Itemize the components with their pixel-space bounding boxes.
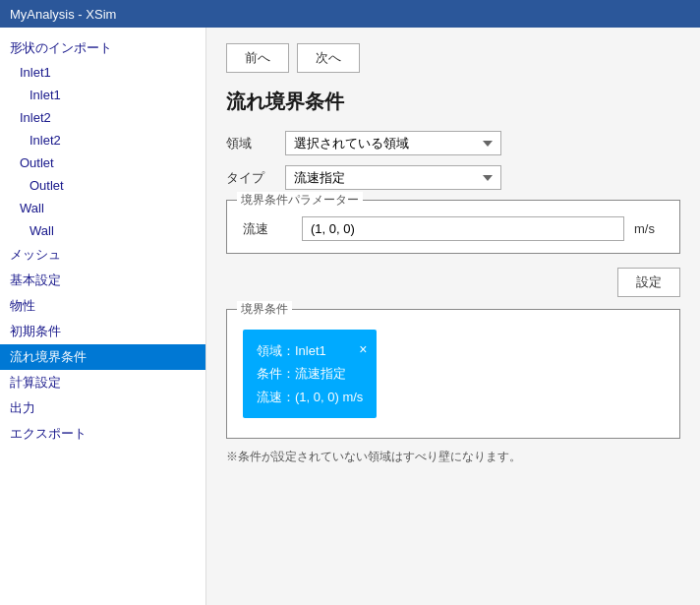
sidebar-item-basic[interactable]: 基本設定 [0, 268, 205, 293]
sidebar-item-export[interactable]: エクスポート [0, 421, 205, 447]
bc-card-condition: 条件：流速指定 [257, 362, 363, 385]
sidebar-item-outlet-child[interactable]: Outlet [0, 174, 205, 197]
set-button[interactable]: 設定 [617, 268, 680, 297]
type-select[interactable]: 流速指定 [285, 165, 501, 190]
velocity-row: 流速 m/s [243, 212, 664, 241]
bc-fieldset: 境界条件 × 領域：Inlet1 条件：流速指定 流速：(1, 0, 0) m/… [226, 309, 680, 439]
sidebar-item-initial[interactable]: 初期条件 [0, 319, 205, 344]
set-button-row: 設定 [226, 268, 680, 297]
bc-card-velocity: 流速：(1, 0, 0) m/s [257, 386, 363, 408]
sidebar-item-inlet1-group[interactable]: Inlet1 [0, 61, 205, 84]
sidebar-item-physics[interactable]: 物性 [0, 293, 205, 319]
sidebar-item-output[interactable]: 出力 [0, 395, 205, 421]
sidebar-item-calc[interactable]: 計算設定 [0, 370, 205, 395]
bc-card-close-icon[interactable]: × [359, 337, 367, 362]
sidebar-item-wall-child[interactable]: Wall [0, 219, 205, 242]
note-text: ※条件が設定されていない領域はすべり壁になります。 [226, 449, 680, 465]
domain-label: 領域 [226, 135, 285, 152]
params-legend: 境界条件パラメーター [237, 192, 363, 209]
sidebar-item-wall-group[interactable]: Wall [0, 197, 205, 219]
sidebar-item-inlet2-child[interactable]: Inlet2 [0, 129, 205, 151]
title-text: MyAnalysis - XSim [10, 7, 116, 22]
type-row: タイプ 流速指定 [226, 165, 680, 190]
sidebar-item-flow-bc[interactable]: 流れ境界条件 [0, 344, 205, 370]
type-label: タイプ [226, 169, 285, 187]
bc-cards-container: × 領域：Inlet1 条件：流速指定 流速：(1, 0, 0) m/s [243, 322, 664, 426]
velocity-unit: m/s [634, 221, 664, 236]
bc-legend: 境界条件 [237, 301, 292, 318]
domain-select[interactable]: 選択されている領域 [285, 131, 501, 155]
sidebar: 形状のインポート Inlet1 Inlet1 Inlet2 Inlet2 Out… [0, 28, 206, 605]
sidebar-item-inlet2-group[interactable]: Inlet2 [0, 106, 205, 129]
main-layout: 形状のインポート Inlet1 Inlet1 Inlet2 Inlet2 Out… [0, 28, 700, 605]
nav-buttons: 前へ 次へ [226, 43, 680, 73]
velocity-input[interactable] [302, 216, 624, 241]
velocity-label: 流速 [243, 220, 292, 238]
bc-card-domain: 領域：Inlet1 [257, 339, 363, 362]
domain-row: 領域 選択されている領域 [226, 131, 680, 155]
bc-card-inlet1: × 領域：Inlet1 条件：流速指定 流速：(1, 0, 0) m/s [243, 330, 377, 418]
sidebar-item-import[interactable]: 形状のインポート [0, 35, 205, 61]
sidebar-item-outlet-group[interactable]: Outlet [0, 151, 205, 174]
sidebar-item-inlet1-child[interactable]: Inlet1 [0, 84, 205, 106]
content-area: 前へ 次へ 流れ境界条件 領域 選択されている領域 タイプ 流速指定 境界条件パ… [206, 28, 700, 605]
title-bar: MyAnalysis - XSim [0, 0, 700, 28]
params-fieldset: 境界条件パラメーター 流速 m/s [226, 200, 680, 254]
prev-button[interactable]: 前へ [226, 43, 289, 73]
next-button[interactable]: 次へ [297, 43, 360, 73]
sidebar-item-mesh[interactable]: メッシュ [0, 242, 205, 268]
page-title: 流れ境界条件 [226, 89, 680, 115]
